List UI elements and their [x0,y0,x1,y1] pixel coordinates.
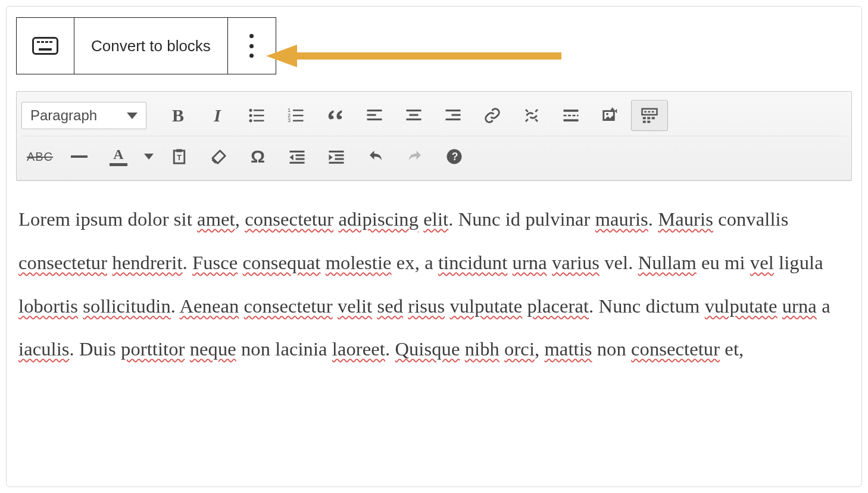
svg-rect-18 [410,114,419,116]
undo-button[interactable] [357,141,394,172]
svg-point-34 [606,113,608,116]
svg-rect-37 [648,111,651,113]
svg-rect-39 [643,117,646,120]
svg-rect-42 [643,121,646,123]
hr-icon [71,155,88,158]
format-select-label: Paragraph [30,107,97,124]
svg-rect-41 [652,117,655,120]
svg-rect-29 [568,115,571,117]
list-ol-icon: 123 [287,107,305,124]
svg-rect-32 [564,119,579,121]
svg-rect-17 [407,110,421,111]
classic-block-icon-button[interactable] [17,18,74,74]
editor-content[interactable]: Lorem ipsum dolor sit amet, consectetur … [16,181,852,371]
horizontal-rule-button[interactable] [61,141,98,172]
block-toolbar: Convert to blocks [16,17,276,74]
svg-rect-47 [290,151,305,152]
link-icon [483,107,501,124]
align-center-button[interactable] [395,100,432,131]
svg-rect-51 [329,151,344,152]
svg-rect-15 [367,114,376,116]
add-media-button[interactable] [592,100,629,131]
svg-rect-43 [647,121,650,123]
quote-icon [326,107,344,124]
svg-rect-31 [577,115,579,117]
format-select[interactable]: Paragraph [21,102,146,129]
strikethrough-button[interactable]: ABC [21,141,58,172]
link-button[interactable] [474,100,511,131]
tinymce-toolbar: Paragraph B I 123 [16,91,852,181]
indent-icon [327,148,345,166]
text-color-dropdown[interactable] [139,141,158,172]
svg-rect-21 [452,114,461,116]
svg-rect-30 [573,115,576,117]
svg-text:T: T [177,154,182,162]
list-ul-icon [248,107,266,124]
svg-point-6 [249,119,252,122]
align-left-button[interactable] [356,100,393,131]
bold-button[interactable]: B [160,100,196,131]
redo-button[interactable] [396,141,433,172]
blockquote-button[interactable] [317,100,354,131]
svg-rect-27 [564,110,579,112]
align-center-icon [405,107,423,124]
svg-rect-38 [652,111,654,113]
kitchensink-icon [641,107,658,124]
indent-button[interactable] [318,141,355,172]
svg-rect-11 [293,115,304,117]
annotation-arrow [264,42,564,70]
svg-rect-9 [293,110,304,111]
svg-rect-19 [407,118,421,120]
toolbar-row-1: Paragraph B I 123 [21,95,847,136]
outdent-icon [288,148,306,166]
svg-line-26 [535,110,538,112]
svg-rect-40 [647,117,650,120]
svg-rect-48 [296,154,305,156]
align-left-icon [366,107,383,124]
align-right-button[interactable] [435,100,472,131]
svg-rect-49 [296,158,305,160]
svg-rect-22 [446,118,461,120]
svg-rect-36 [644,111,647,113]
unlink-icon [523,107,541,124]
svg-rect-13 [293,120,304,122]
help-button[interactable]: ? [436,141,473,172]
svg-rect-20 [446,110,461,111]
undo-icon [367,148,385,166]
outdent-button[interactable] [279,141,316,172]
toolbar-toggle-button[interactable] [631,100,668,131]
svg-rect-53 [335,158,344,160]
textcolor-icon: A [110,147,127,166]
classic-editor-block: Convert to blocks Paragraph B I [6,6,862,487]
convert-to-blocks-button[interactable]: Convert to blocks [74,18,228,74]
block-more-options-button[interactable] [228,18,276,74]
italic-button[interactable]: I [199,100,236,131]
unlink-button[interactable] [513,100,550,131]
insert-more-button[interactable] [552,100,589,131]
special-character-button[interactable]: Ω [239,141,276,172]
svg-text:3: 3 [288,117,291,123]
clear-formatting-button[interactable] [200,141,237,172]
svg-rect-14 [367,110,382,111]
svg-rect-52 [335,154,344,156]
numbered-list-button[interactable]: 123 [277,100,314,131]
svg-rect-50 [290,162,305,164]
svg-rect-45 [176,149,182,152]
convert-to-blocks-label: Convert to blocks [91,37,211,55]
svg-line-25 [526,119,528,121]
svg-point-4 [249,114,252,117]
svg-rect-28 [564,115,567,117]
toolbar-row-2: ABC A T Ω [21,136,847,177]
svg-rect-7 [254,120,264,122]
text-color-button[interactable]: A [100,141,137,172]
svg-rect-3 [254,110,264,111]
svg-rect-54 [329,162,344,164]
svg-line-24 [535,119,538,121]
bulleted-list-button[interactable] [238,100,275,131]
svg-point-2 [249,109,252,112]
svg-line-23 [526,110,528,112]
paste-text-button[interactable]: T [161,141,198,172]
svg-rect-16 [367,118,382,120]
svg-text:?: ? [452,151,458,163]
redo-icon [406,148,424,166]
